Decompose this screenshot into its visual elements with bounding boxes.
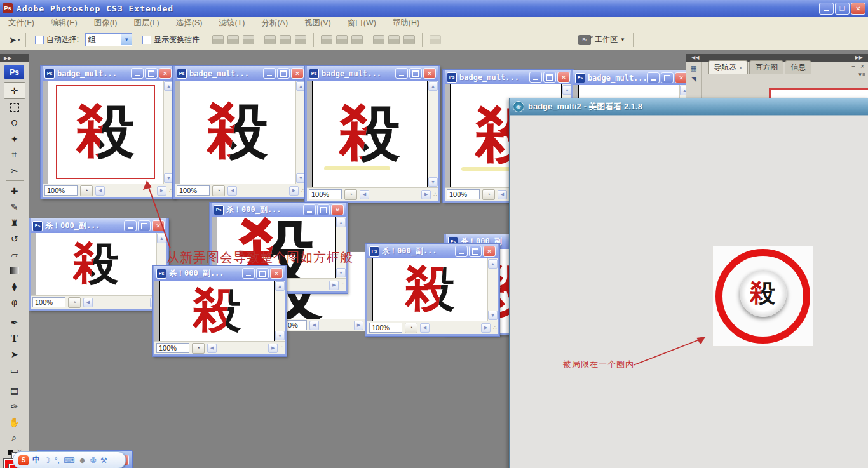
viewer-titlebar[interactable]: 看 badge_multi2 - 美图看看 2.1.8 (510, 98, 868, 116)
scroll-down-icon[interactable]: ▼ (296, 173, 306, 183)
scroll-up-icon[interactable]: ▲ (488, 259, 498, 269)
gradient-tool[interactable] (4, 262, 25, 278)
ime-toolbar[interactable]: S 中 ☽ °, ⌨ ☻ ✙ ⚒ (13, 451, 126, 468)
horizontal-scrollbar[interactable]: ◀ ▶ (309, 320, 364, 331)
zoom-field[interactable]: 100% (369, 323, 402, 333)
show-transform-checkbox[interactable] (142, 36, 151, 44)
resize-grip[interactable]: ∴ (280, 345, 285, 351)
scroll-left-icon[interactable]: ◀ (95, 186, 105, 196)
horizontal-scrollbar[interactable]: ◀ ▶ (227, 185, 299, 196)
doc-maximize-button[interactable] (409, 68, 422, 79)
resize-grip[interactable]: ∴ (433, 191, 438, 197)
document-titlebar[interactable]: Ps badge_mult... ✕ (573, 70, 689, 85)
collapsed-panel-icon-1[interactable]: ▦ (690, 64, 696, 72)
app-titlebar[interactable]: Ps Adobe Photoshop CS3 Extended ❐ ✕ (0, 0, 868, 17)
move-tool-option-icon[interactable]: ➤ (9, 35, 17, 45)
notes-tool[interactable]: ▤ (4, 382, 25, 398)
scroll-up-icon[interactable]: ▲ (562, 85, 572, 95)
scroll-left-icon[interactable]: ◀ (498, 190, 507, 199)
status-flyout-icon[interactable]: ◔ (482, 189, 495, 200)
document-titlebar[interactable]: Ps badge_mult... ✕ (445, 70, 572, 84)
brush-tool[interactable]: ✎ (4, 199, 25, 215)
marquee-tool[interactable] (4, 99, 25, 115)
horizontal-scrollbar[interactable]: ◀ ▶ (95, 185, 167, 196)
doc-maximize-button[interactable] (661, 72, 674, 83)
status-flyout-icon[interactable]: ◔ (80, 185, 93, 196)
history-brush-tool[interactable]: ↺ (4, 231, 25, 246)
app-close-button[interactable]: ✕ (851, 3, 865, 15)
app-maximize-button[interactable]: ❐ (835, 3, 850, 15)
doc-minimize-button[interactable] (242, 268, 255, 279)
document-titlebar[interactable]: Ps 杀！000_副... ✕ (31, 218, 166, 233)
scroll-left-icon[interactable]: ◀ (83, 298, 93, 307)
scroll-up-icon[interactable]: ▲ (336, 218, 346, 227)
distribute-bottom-icon[interactable] (351, 35, 363, 44)
canvas[interactable]: 殺殺 (159, 281, 275, 341)
collapsed-panel-icon-2[interactable]: ◥ (691, 75, 696, 83)
zoom-field[interactable]: 100% (177, 185, 210, 196)
zoom-field[interactable]: 100% (32, 297, 65, 307)
document-titlebar[interactable]: Ps badge_mult... ✕ (307, 66, 438, 81)
doc-minimize-button[interactable] (395, 68, 408, 79)
document-titlebar[interactable]: Ps 杀！000_副... ✕ (212, 203, 346, 217)
doc-close-button[interactable]: ✕ (331, 204, 344, 215)
align-vcenter-icon[interactable] (227, 35, 239, 44)
document-titlebar[interactable]: Ps badge_mult... ✕ (175, 66, 306, 81)
vertical-scrollbar[interactable]: ▲ ▼ (275, 281, 285, 341)
canvas[interactable]: 殺殺 (48, 81, 163, 184)
doc-minimize-button[interactable] (455, 246, 468, 257)
doc-minimize-button[interactable] (303, 204, 316, 215)
scroll-right-icon[interactable]: ▶ (421, 190, 431, 199)
pen-tool[interactable]: ✒ (4, 314, 25, 330)
panel-menu-icon[interactable]: ▼≡ (857, 72, 865, 77)
status-flyout-icon[interactable]: ◔ (192, 343, 205, 354)
align-top-icon[interactable] (212, 35, 224, 44)
align-left-icon[interactable] (264, 35, 276, 44)
doc-close-button[interactable]: ✕ (291, 68, 304, 79)
scroll-left-icon[interactable]: ◀ (207, 344, 217, 353)
doc-close-button[interactable]: ✕ (675, 72, 688, 83)
quick-select-tool[interactable]: ✦ (4, 131, 25, 147)
canvas[interactable]: 殺殺 (180, 81, 295, 184)
scroll-right-icon[interactable]: ▶ (481, 323, 491, 333)
status-flyout-icon[interactable]: ◔ (68, 297, 81, 308)
distribute-vcenter-icon[interactable] (336, 35, 348, 44)
document-titlebar[interactable]: Ps badge_mult... ✕ (43, 66, 173, 81)
scroll-down-icon[interactable]: ▼ (428, 177, 438, 187)
zoom-field[interactable]: 100% (447, 189, 480, 199)
menu-select[interactable]: 选择(S) (168, 18, 211, 29)
dock-collapse-left-icon[interactable]: ◀◀ (691, 54, 699, 62)
clone-stamp-tool[interactable]: ♜ (4, 215, 25, 231)
doc-maximize-button[interactable] (138, 220, 151, 231)
tab-info[interactable]: 信息 (785, 60, 811, 74)
zoom-field[interactable]: 100% (309, 189, 342, 199)
scroll-left-icon[interactable]: ◀ (227, 186, 237, 196)
zoom-field[interactable]: 100% (156, 343, 189, 353)
tool-preset-caret-icon[interactable]: ▾ (18, 37, 20, 43)
skin-shirt-icon[interactable]: ✙ (90, 456, 97, 465)
status-flyout-icon[interactable]: ◔ (212, 185, 225, 196)
doc-close-button[interactable]: ✕ (152, 220, 165, 231)
account-person-icon[interactable]: ☻ (78, 456, 86, 465)
zoom-field[interactable]: 100% (44, 185, 78, 196)
horizontal-scrollbar[interactable]: ◀ ▶ (359, 189, 431, 200)
doc-close-button[interactable]: ✕ (423, 68, 436, 79)
document-window[interactable]: Ps 杀！000_副... ✕ 殺殺 ▲ ▼ 100% ◔ ◀ ▶ ∴ (365, 244, 499, 336)
scroll-up-icon[interactable]: ▲ (275, 281, 285, 291)
document-window[interactable]: Ps badge_mult... ✕ 殺殺 ▲ ▼ 100% ◔ ◀ ▶ ∴ (173, 66, 308, 199)
menu-help[interactable]: 帮助(H) (384, 18, 428, 29)
document-window[interactable]: Ps badge_mult... ✕ 殺殺 ▲ ▼ 100% ◔ ◀ ▶ ∴ (41, 66, 175, 199)
scroll-left-icon[interactable]: ◀ (420, 323, 430, 333)
type-tool[interactable]: T (4, 330, 25, 346)
doc-minimize-button[interactable] (263, 68, 276, 79)
zoom-field[interactable]: 0% (285, 320, 307, 330)
doc-maximize-button[interactable] (256, 268, 269, 279)
resize-grip[interactable]: ∴ (493, 324, 498, 331)
canvas[interactable]: 殺殺 (36, 233, 156, 295)
crop-tool[interactable]: ⌗ (4, 147, 25, 163)
vertical-scrollbar[interactable]: ▲ ▼ (336, 217, 346, 278)
doc-minimize-button[interactable] (124, 220, 137, 231)
doc-maximize-button[interactable] (317, 204, 330, 215)
menu-analysis[interactable]: 分析(A) (253, 18, 296, 29)
vertical-scrollbar[interactable]: ▲ ▼ (163, 81, 173, 184)
